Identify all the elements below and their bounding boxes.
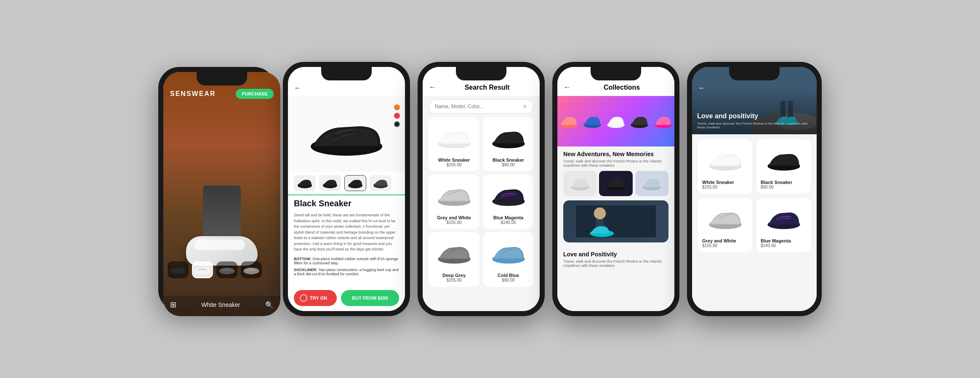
card-image <box>761 144 807 177</box>
product-card-white-sneaker[interactable]: White Sneaker $155.00 <box>429 117 479 171</box>
search-screen: ← Search Result ✕ <box>423 67 540 311</box>
clear-icon[interactable]: ✕ <box>522 103 527 110</box>
ar-foot-view <box>163 186 280 266</box>
card-name: Black Sneaker <box>761 180 807 185</box>
card-image <box>487 179 530 213</box>
thumb-2[interactable] <box>319 175 341 191</box>
shoe-carousel[interactable] <box>163 261 280 278</box>
section2-desc: Travel, walk and discover the French Riv… <box>557 259 674 271</box>
back-button[interactable]: ← <box>698 84 706 93</box>
grid-img-1[interactable] <box>563 171 597 196</box>
phone-collections: ← Collections <box>552 62 679 316</box>
product-detail-screen: ← <box>288 67 405 311</box>
card-image <box>702 202 748 236</box>
thumbnail-white[interactable] <box>216 261 237 278</box>
product-card-grey-white[interactable]: Grey and White $155.00 <box>429 175 479 229</box>
search-input[interactable] <box>435 104 520 109</box>
thumb-4[interactable] <box>370 175 391 191</box>
svg-rect-28 <box>576 205 656 237</box>
card-price: $155.00 <box>702 243 748 248</box>
screen-title: Collections <box>575 84 668 91</box>
notch <box>197 72 247 85</box>
wide-card-blue-magenta[interactable]: Blue Magenta $140.00 <box>756 198 811 252</box>
thumb-3[interactable] <box>344 175 366 191</box>
hero-text: Love and positivity Travel, walk and dis… <box>697 112 812 129</box>
search-results-grid: White Sneaker $155.00 Black Sneaker <box>423 117 540 287</box>
current-shoe-label: White Sneaker <box>202 301 240 308</box>
svg-point-29 <box>594 208 606 220</box>
app-logo: SENSWEAR <box>170 90 216 98</box>
card-price: $90.00 <box>487 162 530 167</box>
hero-title: Love and positivity <box>697 112 812 120</box>
thumbnail-grey[interactable] <box>241 261 262 278</box>
card-name: White Sneaker <box>702 180 748 185</box>
product-card-cold-blue[interactable]: Cold Blue $90.00 <box>483 232 534 287</box>
section1-desc: Travel, walk and discover the French Riv… <box>557 159 674 171</box>
phone-wide-collections: ← <box>687 62 822 316</box>
grid-img-3[interactable] <box>635 171 668 196</box>
card-price: $90.00 <box>761 185 807 189</box>
product-description: Stand tall and be bold, these are two fu… <box>294 213 399 253</box>
back-button[interactable]: ← <box>563 83 571 92</box>
purchase-button[interactable]: PURCHASE <box>236 89 274 99</box>
section2-title: Love and Positivity <box>557 247 674 259</box>
section1-title: New Adventures, New Memories <box>557 146 674 159</box>
thumbnail-blue-purple[interactable] <box>192 261 213 278</box>
grid-img-2[interactable] <box>599 171 632 196</box>
card-price: $140.00 <box>761 243 807 248</box>
card-price: $90.00 <box>487 278 530 282</box>
color-selector[interactable] <box>394 104 400 127</box>
card-image <box>487 121 530 155</box>
card-price: $140.00 <box>487 220 530 225</box>
notch <box>729 67 780 80</box>
product-hero <box>288 96 405 172</box>
phone-product-detail: ← <box>283 62 410 316</box>
legs <box>203 186 241 240</box>
product-card-deep-grey[interactable]: Deep Grey $155.00 <box>429 232 479 287</box>
card-name: Grey and White <box>433 215 475 220</box>
search-icon[interactable]: 🔍 <box>265 301 274 309</box>
hero-desc: Travel, walk and discover the French Riv… <box>697 122 812 129</box>
phone-ar: SENSWEAR PURCHASE <box>158 67 275 311</box>
card-price: $155.00 <box>702 185 748 189</box>
product-image <box>304 106 389 161</box>
thumbnail-black[interactable] <box>168 261 189 278</box>
search-bar[interactable]: ✕ <box>429 99 534 114</box>
collection-banner[interactable] <box>563 200 668 242</box>
color-red[interactable] <box>394 113 400 119</box>
wide-card-grey[interactable]: Grey and White $155.00 <box>698 198 752 252</box>
card-image <box>433 237 475 270</box>
collection-grid <box>557 171 674 200</box>
thumb-1[interactable] <box>294 175 316 191</box>
card-image <box>761 202 807 236</box>
wide-card-black[interactable]: Black Sneaker $90.00 <box>756 139 811 194</box>
card-name: Blue Magenta <box>761 238 807 243</box>
card-name: Blue Magenta <box>487 215 530 220</box>
back-button[interactable]: ← <box>294 84 301 93</box>
card-price: $155.00 <box>433 220 475 225</box>
card-name: White Sneaker <box>433 157 475 162</box>
card-price: $155.00 <box>433 162 475 167</box>
phone-search: ← Search Result ✕ <box>418 62 545 316</box>
collection-hero-image <box>557 96 674 146</box>
color-orange[interactable] <box>394 104 400 110</box>
wide-products-grid: White Sneaker $155.00 Black Sneaker <box>692 134 817 257</box>
product-title: Black Sneaker <box>294 199 399 208</box>
back-button[interactable]: ← <box>429 83 436 92</box>
ar-bottom-bar: ⊞ White Sneaker 🔍 <box>163 296 280 316</box>
buy-button[interactable]: BUY FROM $200 <box>341 290 399 306</box>
card-image <box>433 179 475 213</box>
svg-point-1 <box>171 268 186 273</box>
card-name: Grey and White <box>702 238 748 243</box>
grid-icon[interactable]: ⊞ <box>170 300 176 309</box>
color-black[interactable] <box>394 121 400 127</box>
collections-screen: ← Collections <box>557 67 674 311</box>
try-on-button[interactable]: TRY ON <box>294 290 337 306</box>
product-thumbnails[interactable] <box>288 172 405 195</box>
card-image <box>487 237 530 270</box>
product-card-black-sneaker[interactable]: Black Sneaker $90.00 <box>483 117 534 171</box>
product-card-blue-magenta[interactable]: Blue Magenta $140.00 <box>483 175 534 229</box>
bottom-detail: BOTTOM: One-piece molded rubber outsole … <box>294 257 399 265</box>
wide-card-white[interactable]: White Sneaker $155.00 <box>698 139 752 194</box>
try-icon <box>300 294 307 302</box>
